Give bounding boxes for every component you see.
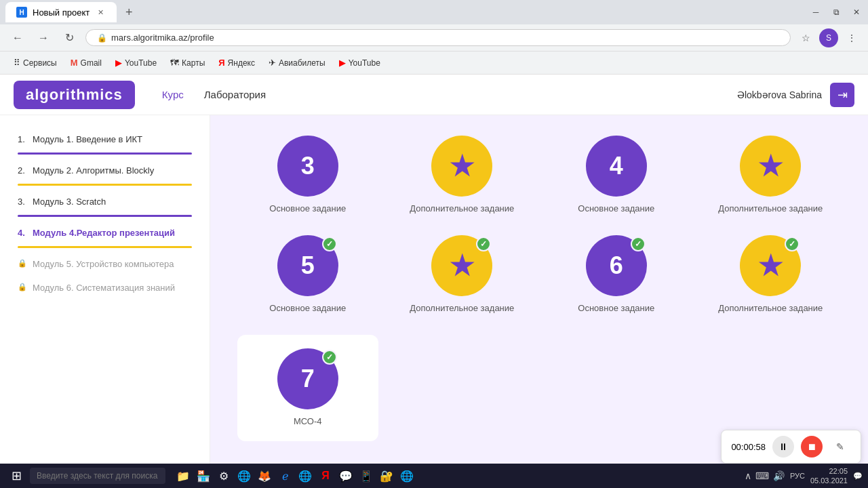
task-circle-7: 7 ✓	[277, 348, 338, 409]
task-card-7[interactable]: 7 ✓ МСО-4	[237, 335, 378, 441]
sidebar-item-module1[interactable]: 1. Модуль 1. Введение в ИКТ	[11, 129, 199, 150]
task-label-star-6: Дополнительное задание	[718, 303, 823, 314]
sidebar-item-module3[interactable]: 3. Модуль 3. Scratch	[11, 191, 199, 212]
bookmark-gmail[interactable]: M Gmail	[65, 56, 107, 70]
taskbar-clock: 22:05 05.03.2021	[810, 466, 848, 486]
bookmark-label: Сервисы	[23, 58, 57, 68]
star-icon-6: ★	[758, 250, 783, 281]
close-button[interactable]: ✕	[850, 6, 863, 18]
minimize-button[interactable]: ─	[810, 6, 822, 18]
services-icon: ⠿	[14, 58, 20, 68]
bookmarks-bar: ⠿ Сервисы M Gmail ▶ YouTube 🗺 Карты Я Ян…	[0, 52, 868, 75]
check-badge-star-5: ✓	[476, 237, 491, 251]
volume-icon[interactable]: 🔊	[773, 470, 785, 481]
check-badge-7: ✓	[322, 350, 337, 365]
task-card-star-4[interactable]: ★ Дополнительное задание	[701, 136, 842, 215]
username-label: Əlokbərova Sabrina	[737, 89, 822, 100]
sidebar: 1. Модуль 1. Введение в ИКТ 2. Модуль 2.…	[0, 115, 210, 488]
lock-icon-module5: 🔒	[18, 259, 27, 268]
star-icon-5: ★	[450, 250, 474, 281]
taskbar-app-firefox[interactable]: 🦊	[255, 466, 274, 485]
notification-icon[interactable]: 💬	[853, 472, 863, 481]
forward-button[interactable]: →	[34, 28, 53, 47]
header-nav: Курс Лаборатория	[162, 89, 266, 100]
task-label-5: Основное задание	[269, 303, 346, 314]
taskbar-app-settings[interactable]: ⚙	[214, 466, 233, 485]
sys-icons: ∧ ⌨ 🔊	[745, 470, 785, 481]
taskbar-app-yandex[interactable]: Я	[316, 466, 335, 485]
taskbar-app-whatsapp[interactable]: 💬	[336, 466, 355, 485]
task-label-star-5: Дополнительное задание	[410, 303, 514, 314]
bookmark-label: Яндекс	[228, 58, 255, 68]
sidebar-item-module4[interactable]: 4. Модуль 4.Редактор презентаций	[11, 222, 199, 243]
task-label-star-4: Дополнительное задание	[718, 203, 823, 215]
url-bar[interactable]: 🔒 mars.algoritmika.az/profile	[85, 29, 791, 46]
task-card-3[interactable]: 3 Основное задание	[237, 136, 378, 215]
sidebar-item-module5[interactable]: 🔒 Модуль 5. Устройство компьютера	[11, 253, 199, 274]
task-number-5: 5	[301, 251, 315, 280]
tab-close-button[interactable]: ✕	[95, 7, 106, 18]
taskbar-app-browser2[interactable]: 🌐	[397, 466, 416, 485]
task-number-7: 7	[301, 365, 315, 393]
sidebar-item-module6[interactable]: 🔒 Модуль 6. Систематизация знаний	[11, 277, 199, 298]
bookmark-star-icon[interactable]: ☆	[797, 30, 814, 46]
tab-title: Новый проект	[33, 7, 90, 18]
taskbar-right: ∧ ⌨ 🔊 РУС 22:05 05.03.2021 💬	[745, 466, 863, 486]
check-badge-star-6: ✓	[785, 237, 800, 251]
chevron-up-icon[interactable]: ∧	[745, 470, 751, 481]
menu-icon[interactable]: ⋮	[844, 30, 860, 46]
reload-button[interactable]: ↻	[60, 28, 79, 47]
taskbar-search[interactable]	[30, 468, 165, 484]
profile-avatar-icon[interactable]: S	[819, 28, 838, 47]
logo[interactable]: algorithmics	[14, 81, 135, 109]
nav-course[interactable]: Курс	[162, 89, 184, 100]
task-circle-star-4: ★	[740, 136, 801, 197]
task-label-4: Основное задание	[578, 203, 654, 215]
clock-date: 05.03.2021	[810, 476, 848, 485]
new-tab-button[interactable]: +	[119, 3, 138, 22]
stop-button[interactable]: ⏹	[801, 436, 823, 458]
task-number-3: 3	[301, 152, 315, 180]
taskbar-app-files[interactable]: 📁	[174, 466, 193, 485]
module2-underline	[18, 184, 192, 186]
sidebar-item-module2[interactable]: 2. Модуль 2. Алгоритмы. Blockly	[11, 160, 199, 181]
edit-button[interactable]: ✎	[829, 436, 851, 458]
keyboard-icon: ⌨	[755, 470, 769, 481]
taskbar-app-phone[interactable]: 📱	[357, 466, 376, 485]
task-label-6: Основное задание	[578, 303, 654, 314]
back-button[interactable]: ←	[8, 28, 27, 47]
task-number-4: 4	[610, 152, 623, 180]
task-card-star-6[interactable]: ★ ✓ Дополнительное задание	[701, 235, 842, 314]
bookmark-avia[interactable]: ✈ Авиабилеты	[263, 56, 331, 70]
logout-button[interactable]: ⇥	[830, 83, 854, 107]
bookmark-maps[interactable]: 🗺 Карты	[165, 56, 210, 70]
taskbar-app-store[interactable]: 🏪	[194, 466, 213, 485]
taskbar-app-edge[interactable]: 🌐	[235, 466, 254, 485]
bookmark-services[interactable]: ⠿ Сервисы	[8, 56, 62, 70]
taskbar-app-ie[interactable]: ℯ	[275, 466, 294, 485]
nav-lab[interactable]: Лаборатория	[204, 89, 266, 100]
lock-icon: 🔒	[97, 33, 107, 43]
pause-button[interactable]: ⏸	[772, 436, 794, 458]
start-button[interactable]: ⊞	[5, 466, 27, 485]
bookmark-label: Карты	[182, 58, 205, 68]
bookmark-yandex[interactable]: Я Яндекс	[213, 56, 260, 70]
lang-label: РУС	[790, 472, 805, 480]
active-tab[interactable]: Н Новый проект ✕	[5, 2, 117, 22]
maximize-button[interactable]: ⧉	[830, 6, 842, 18]
task-card-5[interactable]: 5 ✓ Основное задание	[237, 235, 378, 314]
task-circle-star-5: ★ ✓	[431, 235, 492, 296]
taskbar-app-chrome[interactable]: 🌐	[296, 466, 315, 485]
task-label-7: МСО-4	[294, 416, 322, 428]
tab-bar: Н Новый проект ✕ +	[5, 2, 138, 22]
url-text: mars.algoritmika.az/profile	[111, 33, 214, 43]
task-card-star-3[interactable]: ★ Дополнительное задание	[392, 136, 533, 215]
task-card-6[interactable]: 6 ✓ Основное задание	[546, 235, 687, 314]
bookmark-youtube-2[interactable]: ▶ YouTube	[334, 56, 386, 70]
star-icon-3: ★	[450, 150, 474, 182]
bookmark-youtube-1[interactable]: ▶ YouTube	[110, 56, 162, 70]
task-card-4[interactable]: 4 Основное задание	[546, 136, 687, 215]
taskbar-app-sec[interactable]: 🔐	[377, 466, 396, 485]
task-card-star-5[interactable]: ★ ✓ Дополнительное задание	[392, 235, 533, 314]
task-circle-star-6: ★ ✓	[740, 235, 801, 296]
